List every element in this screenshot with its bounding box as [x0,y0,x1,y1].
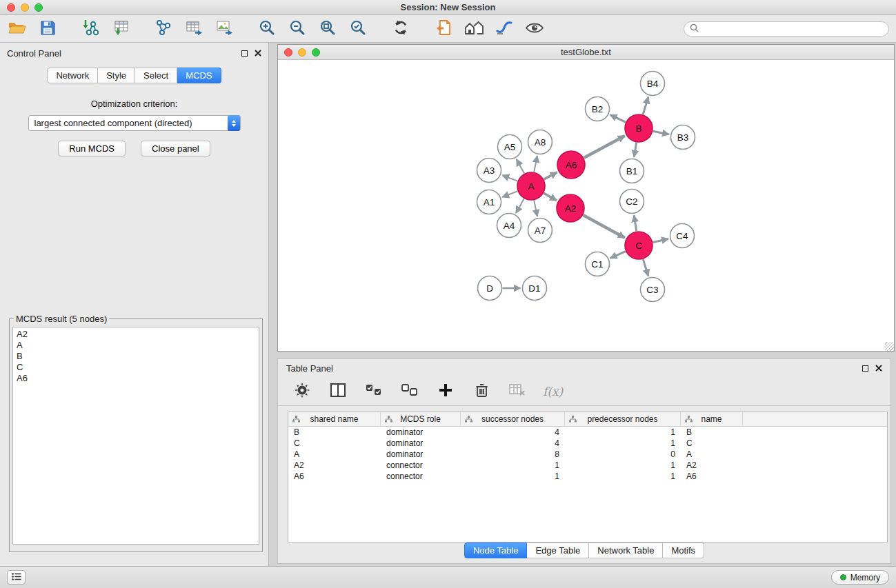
table-row[interactable]: Cdominator41C [288,438,887,449]
graph-node-A[interactable]: A [517,172,545,200]
graph-node-B3[interactable]: B3 [671,125,695,150]
import-group [80,19,131,39]
maximize-network-icon[interactable] [312,48,320,57]
search-field[interactable] [684,21,889,37]
traffic-lights [7,3,43,12]
network-canvas[interactable]: AA1A2A3A4A5A6A7A8BB1B2B3B4CC1C2C3C4DD1 [278,60,894,351]
column-header-predecessor-nodes[interactable]: predecessor nodes [565,412,681,426]
task-history-button[interactable] [7,570,26,585]
export-table-button[interactable] [183,19,204,39]
graph-edge-A-A3 [502,175,517,181]
table-row[interactable]: Adominator80A [288,449,887,460]
graph-node-B1[interactable]: B1 [620,159,644,183]
column-header-successor-nodes[interactable]: successor nodes [461,412,565,426]
graph-node-A5[interactable]: A5 [498,135,522,159]
graph-node-A1[interactable]: A1 [477,190,501,214]
table-settings-button[interactable] [292,381,312,402]
export-image-button[interactable] [214,19,235,39]
open-folder-icon [8,21,26,37]
graph-node-C1[interactable]: C1 [586,252,610,276]
graph-node-B4[interactable]: B4 [641,72,665,96]
mcds-result-list[interactable]: A2ABCA6 [12,327,259,545]
tab-motifs[interactable]: Motifs [663,543,704,558]
tab-style[interactable]: Style [98,68,135,83]
select-stepper-icon [228,115,240,131]
svg-text:A3: A3 [484,165,495,176]
zoom-fit-button[interactable] [317,19,338,39]
optimization-criterion-select[interactable]: largest connected component (directed) [28,115,241,131]
close-window-icon[interactable] [7,3,15,12]
tab-network-table[interactable]: Network Table [589,543,663,558]
graph-node-A3[interactable]: A3 [477,159,501,183]
zoom-out-button[interactable] [287,19,308,39]
network-view-window: testGlobe.txt AA1A2A3A4A5A6A7A8BB1B2B3B4… [277,44,895,352]
column-header-MCDS-role[interactable]: MCDS role [381,412,461,426]
resize-grip[interactable] [885,342,894,351]
graph-node-B2[interactable]: B2 [586,97,610,121]
run-mcds-button[interactable]: Run MCDS [58,141,126,156]
graph-node-C3[interactable]: C3 [641,278,665,302]
graph-node-D1[interactable]: D1 [523,276,547,301]
zoom-selected-button[interactable] [348,19,368,39]
add-column-button[interactable] [435,381,456,402]
search-input[interactable] [702,24,883,34]
float-panel-icon[interactable] [241,50,248,57]
table-cell: A [681,449,743,459]
control-panel: Control Panel NetworkStyleSelectMCDS Opt… [0,43,269,566]
copy-document-button[interactable] [433,19,454,39]
network-window-titlebar[interactable]: testGlobe.txt [278,45,894,60]
close-network-icon[interactable] [284,48,292,57]
table-row[interactable]: Bdominator41B [288,427,887,438]
zoom-in-button[interactable] [257,19,277,39]
float-table-panel-icon[interactable] [862,365,868,372]
import-table-icon [112,19,129,38]
home-button[interactable] [464,19,484,39]
export-group [153,19,235,39]
deselect-all-button[interactable] [399,381,420,402]
export-network-button[interactable] [153,19,174,39]
minimize-network-icon[interactable] [298,48,306,57]
close-panel-icon[interactable] [255,48,261,59]
graph-node-C[interactable]: C [625,232,653,259]
minimize-window-icon[interactable] [21,3,29,12]
graph-node-A7[interactable]: A7 [528,219,552,243]
function-builder-button[interactable]: f(x) [543,385,563,398]
tab-select[interactable]: Select [135,68,177,83]
close-panel-button[interactable]: Close panel [141,141,210,156]
graph-node-A6[interactable]: A6 [557,151,585,179]
table-cell: connector [381,460,461,470]
save-session-button[interactable] [37,19,58,39]
show-columns-button[interactable] [328,381,348,402]
network-graph[interactable]: AA1A2A3A4A5A6A7A8BB1B2B3B4CC1C2C3C4DD1 [278,60,894,351]
graph-node-D[interactable]: D [478,276,502,301]
delete-column-button[interactable] [471,381,492,402]
graph-node-C4[interactable]: C4 [670,224,695,248]
apply-layout-button[interactable] [390,19,411,39]
column-header-shared-name[interactable]: shared name [288,412,381,426]
import-table-button[interactable] [110,19,131,39]
import-network-button[interactable] [80,19,101,39]
graphics-details-icon [496,21,512,37]
graph-node-A2[interactable]: A2 [557,194,584,222]
tab-mcds[interactable]: MCDS [177,68,221,83]
memory-button[interactable]: Memory [831,570,889,585]
tab-node-table[interactable]: Node Table [464,543,528,558]
graph-node-C2[interactable]: C2 [620,190,644,214]
svg-text:A2: A2 [565,203,577,214]
session-title: Session: New Session [0,2,896,12]
graph-node-B[interactable]: B [625,114,653,142]
table-row[interactable]: A2connector11A2 [288,460,887,471]
table-row[interactable]: A6connector11A6 [288,471,887,482]
graph-node-A8[interactable]: A8 [528,130,552,154]
tab-edge-table[interactable]: Edge Table [527,543,589,558]
maximize-window-icon[interactable] [34,3,43,12]
select-all-button[interactable] [364,381,384,402]
tab-network[interactable]: Network [47,68,98,83]
graphics-details-button[interactable] [494,19,515,39]
open-file-button[interactable] [7,19,28,39]
delete-table-button[interactable] [507,381,528,402]
close-table-panel-icon[interactable] [875,363,882,374]
show-hide-button[interactable] [524,19,545,39]
graph-node-A4[interactable]: A4 [497,214,521,238]
column-header-name[interactable]: name [681,412,743,426]
